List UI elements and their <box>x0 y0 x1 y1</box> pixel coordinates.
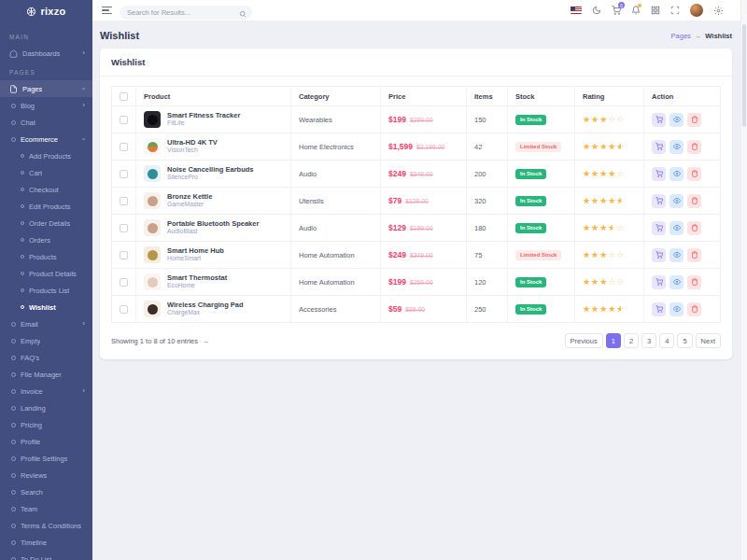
add-to-cart-button[interactable] <box>652 302 666 316</box>
product-name[interactable]: Bronze Kettle <box>167 192 212 201</box>
sidebar-item-product-details[interactable]: Product Details <box>0 265 92 282</box>
sidebar-item-chat[interactable]: Chat <box>0 114 92 131</box>
delete-button[interactable] <box>687 140 701 154</box>
apps-grid-icon[interactable] <box>651 6 660 15</box>
row-checkbox[interactable] <box>120 197 128 205</box>
delete-button[interactable] <box>687 221 701 235</box>
page-button-3[interactable]: 3 <box>641 333 656 348</box>
row-checkbox[interactable] <box>120 143 128 151</box>
next-page-button[interactable]: Next <box>696 333 721 348</box>
page-button-5[interactable]: 5 <box>677 333 692 348</box>
scrollbar-thumb[interactable] <box>742 24 746 127</box>
view-button[interactable] <box>669 167 684 181</box>
sidebar-item-profile-settings[interactable]: Profile Settings <box>0 450 92 467</box>
delete-button[interactable] <box>687 194 701 208</box>
row-checkbox[interactable] <box>120 224 128 232</box>
page-button-2[interactable]: 2 <box>624 333 639 348</box>
row-checkbox[interactable] <box>120 305 128 314</box>
view-button[interactable] <box>669 221 684 235</box>
sidebar-item-terms-conditions[interactable]: Terms & Conditions <box>0 517 92 534</box>
product-name[interactable]: Ultra-HD 4K TV <box>167 138 218 147</box>
sidebar-item-pages[interactable]: Pages› <box>0 80 92 97</box>
row-checkbox[interactable] <box>120 251 128 259</box>
product-name[interactable]: Wireless Charging Pad <box>167 301 244 309</box>
hamburger-menu-icon[interactable] <box>102 7 112 14</box>
sidebar-item-checkout[interactable]: Checkout <box>0 181 92 198</box>
add-to-cart-button[interactable] <box>652 194 666 208</box>
dark-mode-moon-icon[interactable] <box>592 6 601 15</box>
delete-button[interactable] <box>687 248 701 262</box>
scrollbar[interactable] <box>740 0 747 560</box>
page-button-4[interactable]: 4 <box>659 333 674 348</box>
bullet-icon <box>11 490 16 495</box>
search-input[interactable] <box>120 6 252 20</box>
delete-button[interactable] <box>687 275 701 289</box>
language-flag-icon[interactable] <box>571 7 582 14</box>
sidebar-item-empty[interactable]: Empty <box>0 332 92 349</box>
more-options-icon[interactable]: ⋮ <box>734 6 738 15</box>
user-avatar[interactable] <box>690 4 703 17</box>
sidebar-item-dashboards[interactable]: Dashboards› <box>0 45 92 62</box>
view-button[interactable] <box>669 194 684 208</box>
sidebar-item-invoice[interactable]: Invoice› <box>0 383 92 399</box>
delete-button[interactable] <box>687 167 701 181</box>
view-button[interactable] <box>669 275 684 289</box>
sidebar-item-pricing[interactable]: Pricing <box>0 416 92 433</box>
view-button[interactable] <box>669 302 684 316</box>
sidebar-item-label: Landing <box>21 404 46 413</box>
sidebar-item-email[interactable]: Email› <box>0 315 92 332</box>
sidebar-item-team[interactable]: Team <box>0 500 92 517</box>
product-name[interactable]: Smart Thermostat <box>167 273 227 282</box>
bullet-icon <box>11 473 16 478</box>
column-header-category: Category <box>291 87 381 105</box>
sidebar-item-faq-s[interactable]: FAQ's <box>0 349 92 366</box>
product-name[interactable]: Smart Home Hub <box>167 246 224 255</box>
sidebar-item-reviews[interactable]: Reviews <box>0 467 92 483</box>
row-checkbox[interactable] <box>120 170 128 178</box>
settings-gear-icon[interactable] <box>713 6 724 16</box>
sidebar-item-profile[interactable]: Profile <box>0 433 92 450</box>
notifications-bell-icon[interactable] <box>631 6 641 15</box>
breadcrumb-parent[interactable]: Pages <box>671 32 691 40</box>
sidebar-item-products[interactable]: Products <box>0 248 92 265</box>
add-to-cart-button[interactable] <box>652 221 666 235</box>
add-to-cart-button[interactable] <box>652 113 666 127</box>
add-to-cart-button[interactable] <box>652 275 666 289</box>
sidebar-item-timeline[interactable]: Timeline <box>0 534 92 551</box>
product-name[interactable]: Noise Cancelling Earbuds <box>167 165 254 174</box>
sidebar-item-order-details[interactable]: Order Details <box>0 215 92 231</box>
app-logo[interactable]: rixzo <box>0 0 92 22</box>
add-to-cart-button[interactable] <box>652 167 666 181</box>
sidebar-item-wishlist[interactable]: Wishlist <box>0 299 92 315</box>
product-name[interactable]: Smart Fitness Tracker <box>167 111 240 119</box>
sidebar-item-cart[interactable]: Cart <box>0 164 92 181</box>
sidebar-item-add-products[interactable]: Add Products <box>0 147 92 164</box>
row-checkbox[interactable] <box>120 278 128 287</box>
sidebar-item-blog[interactable]: Blog› <box>0 97 92 114</box>
sidebar-item-search[interactable]: Search <box>0 483 92 500</box>
sidebar-item-products-list[interactable]: Products List <box>0 282 92 299</box>
add-to-cart-button[interactable] <box>652 140 666 154</box>
sidebar-item-edit-products[interactable]: Edit Products <box>0 198 92 215</box>
breadcrumb: Pages → Wishlist <box>671 32 732 40</box>
sidebar-item-ecommerce[interactable]: Ecommerce› <box>0 131 92 147</box>
file-icon <box>9 85 18 93</box>
sidebar-item-landing[interactable]: Landing <box>0 399 92 416</box>
add-to-cart-button[interactable] <box>652 248 666 262</box>
fullscreen-icon[interactable] <box>670 6 680 15</box>
product-name[interactable]: Portable Bluetooth Speaker <box>167 219 259 228</box>
sidebar-item-file-manager[interactable]: File Manager <box>0 366 92 383</box>
select-all-checkbox[interactable] <box>120 92 128 101</box>
previous-page-button[interactable]: Previous <box>565 333 603 348</box>
sidebar-item-orders[interactable]: Orders <box>0 231 92 248</box>
page-button-1[interactable]: 1 <box>606 333 621 348</box>
view-button[interactable] <box>669 140 684 154</box>
cart-icon[interactable]: 0 <box>612 6 621 15</box>
delete-button[interactable] <box>687 113 701 127</box>
row-checkbox[interactable] <box>120 116 128 124</box>
product-brand: VisionTech <box>167 147 218 154</box>
sidebar-item-to-do-list[interactable]: To Do List <box>0 551 92 560</box>
delete-button[interactable] <box>687 302 701 316</box>
view-button[interactable] <box>669 248 684 262</box>
view-button[interactable] <box>669 113 684 127</box>
